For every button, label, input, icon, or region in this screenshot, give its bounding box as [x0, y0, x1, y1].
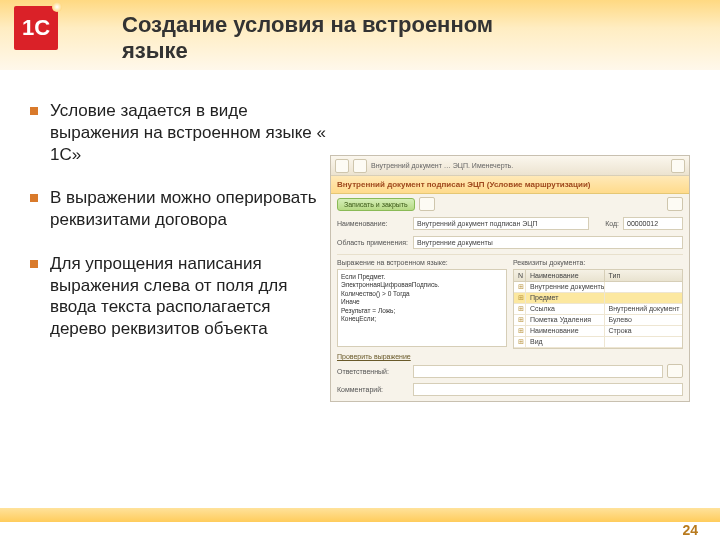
window-title: Внутренний документ подписан ЭЦП (Услови… [331, 176, 689, 194]
table-row[interactable]: ⊞Вид [514, 337, 682, 348]
responsible-input[interactable] [413, 365, 663, 378]
slide-title: Создание условия на встроенном языке [122, 12, 493, 65]
requisites-header: Реквизиты документа: [513, 259, 683, 266]
bullet-item: Для упрощения написания выражения слева … [20, 253, 330, 340]
toolbar-button[interactable] [667, 197, 683, 211]
table-row[interactable]: ⊞Пометка УдаленияБулево [514, 315, 682, 326]
logo: 1C [14, 6, 74, 66]
window-toolbar: Внутренний документ … ЭЦП. Именечерть. [331, 156, 689, 176]
namespace-input[interactable]: Внутренние документы [413, 236, 683, 249]
title-line2: языке [122, 38, 188, 63]
bullet-item: Условие задается в виде выражения на вст… [20, 100, 330, 165]
col-type: Тип [605, 270, 683, 281]
toolbar-icon[interactable] [353, 159, 367, 173]
screenshot-1c-window: Внутренний документ … ЭЦП. Именечерть. В… [330, 155, 690, 402]
bullet-item: В выражении можно оперировать реквизитам… [20, 187, 330, 231]
requisites-table: N Наименование Тип ⊞Внутренние документы… [513, 269, 683, 349]
name-input[interactable]: Внутренний документ подписан ЭЦП [413, 217, 589, 230]
page-number: 24 [682, 522, 698, 538]
bullet-icon [30, 107, 38, 115]
comment-label: Комментарий: [337, 386, 409, 393]
footer-accent [0, 508, 720, 522]
bullet-list: Условие задается в виде выражения на вст… [20, 80, 330, 402]
table-row[interactable]: ⊞Предмет [514, 293, 682, 304]
table-row[interactable]: ⊞СсылкаВнутренний документ [514, 304, 682, 315]
toolbar-button[interactable] [419, 197, 435, 211]
comment-input[interactable] [413, 383, 683, 396]
lookup-button[interactable] [667, 364, 683, 378]
expression-header: Выражение на встроенном языке: [337, 259, 507, 266]
table-row[interactable]: ⊞НаименованиеСтрока [514, 326, 682, 337]
bullet-icon [30, 260, 38, 268]
logo-text: 1C [14, 6, 58, 50]
col-name: Наименование [526, 270, 605, 281]
save-close-button[interactable]: Записать и закрыть [337, 198, 415, 211]
expression-textarea[interactable]: Если Предмет. ЭлектроннаяЦифроваяПодпись… [337, 269, 507, 347]
bullet-icon [30, 194, 38, 202]
namespace-label: Область применения: [337, 239, 409, 246]
title-line1: Создание условия на встроенном [122, 12, 493, 37]
responsible-label: Ответственный: [337, 368, 409, 375]
check-expression-link[interactable]: Проверить выражение [331, 349, 689, 362]
code-input[interactable]: 00000012 [623, 217, 683, 230]
code-label: Код: [597, 220, 619, 227]
toolbar-caption: Внутренний документ … ЭЦП. Именечерть. [371, 162, 513, 169]
table-row[interactable]: ⊞Внутренние документы [514, 282, 682, 293]
name-label: Наименование: [337, 220, 409, 227]
close-icon[interactable] [671, 159, 685, 173]
toolbar-icon[interactable] [335, 159, 349, 173]
col-n: N [514, 270, 526, 281]
